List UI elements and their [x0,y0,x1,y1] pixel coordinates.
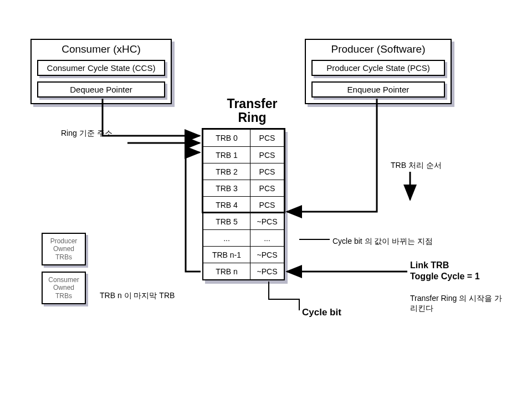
producer-title: Producer (Software) [306,40,451,60]
trb-cycle-cell: ~PCS [250,213,284,229]
trb-cycle-cell: PCS [250,180,284,196]
producer-panel: Producer (Software) Producer Cycle State… [305,39,452,104]
link-trb-label: Link TRB [410,260,449,270]
transfer-ring-start-label: Transfer Ring 의 시작을 가리킨다 [410,294,504,314]
trb-name-cell: TRB n [203,263,250,279]
trb-row: TRB 5~PCS [203,213,284,229]
trb-row: TRB 3PCS [203,180,284,196]
trb-cycle-cell: ~PCS [250,263,284,279]
cycle-bit-label: Cycle bit [302,307,341,318]
ring-title-line2: Ring [238,110,266,125]
trb-processing-order-label: TRB 처리 순서 [391,161,442,171]
trb-cycle-cell: PCS [250,197,284,213]
trb-cycle-cell: ... [250,230,284,246]
trb-n-last-label: TRB n 이 마지막 TRB [100,291,175,301]
trb-cycle-cell: PCS [250,163,284,180]
trb-name-cell: TRB 5 [203,213,250,229]
consumer-panel: Consumer (xHC) Consumer Cycle State (CCS… [30,39,172,104]
producer-owned-trbs-box: ProducerOwnedTRBs [42,233,86,265]
trb-row: TRB 4PCS [203,196,284,213]
trb-row: TRB 0PCS [203,130,284,146]
diagram-stage: Consumer (xHC) Consumer Cycle State (CCS… [0,0,532,399]
trb-name-cell: TRB n-1 [203,247,250,263]
trb-row: TRB 2PCS [203,163,284,180]
trb-name-cell: TRB 0 [203,130,250,146]
trb-table: TRB 0PCSTRB 1PCSTRB 2PCSTRB 3PCSTRB 4PCS… [202,129,285,280]
trb-name-cell: TRB 3 [203,180,250,196]
transfer-ring-title: Transfer Ring [222,97,283,125]
toggle-cycle-label: Toggle Cycle = 1 [410,272,480,282]
pcs-box: Producer Cycle State (PCS) [311,60,445,76]
trb-name-cell: ... [203,230,250,246]
ring-base-address-label: Ring 기준 주소 [61,129,112,139]
producer-owned-label: ProducerOwnedTRBs [50,237,78,261]
trb-cycle-cell: PCS [250,130,284,146]
trb-cycle-cell: ~PCS [250,247,284,263]
trb-name-cell: TRB 4 [203,197,250,213]
trb-row: TRB n~PCS [203,263,284,279]
trb-row: ...... [203,229,284,246]
dequeue-pointer-box: Dequeue Pointer [37,81,165,98]
trb-cycle-cell: PCS [250,147,284,163]
enqueue-pointer-box: Enqueue Pointer [311,81,445,98]
trb-name-cell: TRB 1 [203,147,250,163]
trb-name-cell: TRB 2 [203,163,250,180]
cycle-bit-change-label: Cycle bit 의 값이 바뀌는 지점 [332,237,433,247]
consumer-owned-label: ConsumerOwnedTRBs [48,276,79,300]
consumer-title: Consumer (xHC) [32,40,171,60]
transfer-ring-start-text: Transfer Ring 의 시작을 가리킨다 [410,294,502,313]
trb-row: TRB 1PCS [203,146,284,163]
ring-title-line1: Transfer [227,96,278,111]
consumer-owned-trbs-box: ConsumerOwnedTRBs [42,272,86,304]
trb-row: TRB n-1~PCS [203,246,284,263]
ccs-box: Consumer Cycle State (CCS) [37,60,165,76]
